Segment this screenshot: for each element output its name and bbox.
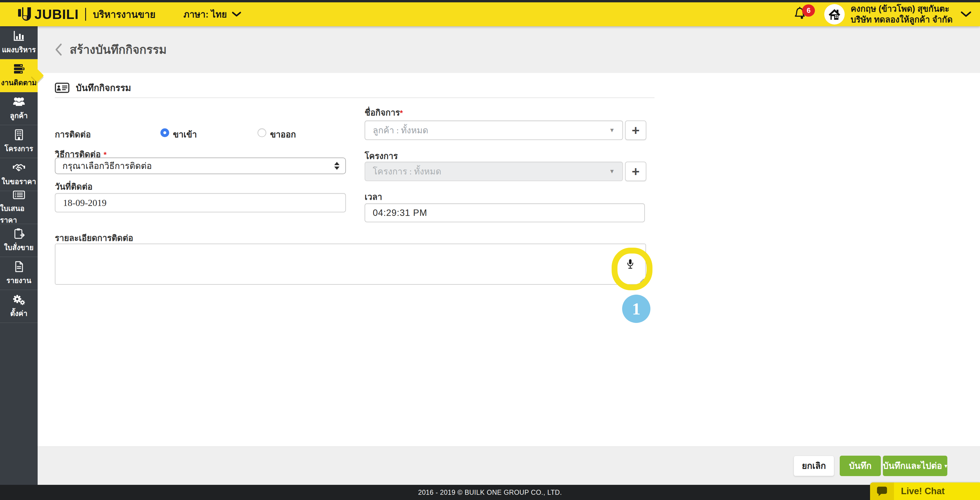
caret-down-icon: ▼: [609, 127, 615, 134]
notifications-button[interactable]: 6: [793, 6, 811, 22]
settings-gears-icon: [13, 293, 25, 306]
caret-down-icon: ▼: [609, 168, 615, 175]
contact-method-value: กรุณาเลือกวิธีการติดต่อ: [62, 159, 152, 173]
sidebar-item-label: ตั้งค่า: [10, 307, 27, 319]
company-house-icon: [828, 8, 841, 21]
sales-order-icon: [13, 228, 25, 240]
avatar[interactable]: [824, 4, 845, 24]
sidebar-item-dashboard[interactable]: แผงบริหาร: [0, 26, 38, 59]
brand-name[interactable]: JUBILI: [34, 6, 79, 22]
save-and-continue-button[interactable]: บันทึกและไปต่อ ▾: [883, 455, 947, 476]
top-header: JUBILI บริหารงานขาย ภาษา: ไทย 6: [0, 2, 980, 26]
live-chat-widget[interactable]: Live! Chat: [870, 482, 980, 500]
contact-detail-label: รายละเอียดการติดต่อ: [55, 231, 133, 245]
contact-date-input[interactable]: [55, 193, 346, 212]
jubili-logo-icon[interactable]: [18, 6, 32, 22]
project-placeholder: โครงการ : ทั้งหมด: [373, 164, 441, 178]
customer-placeholder: ลูกค้า : ทั้งหมด: [373, 123, 428, 137]
section-title: บันทึกกิจกรรม: [76, 81, 131, 95]
chevron-down-icon[interactable]: [960, 11, 972, 18]
language-selector[interactable]: ภาษา: ไทย: [183, 7, 242, 22]
quotation-icon: [13, 189, 25, 201]
save-button[interactable]: บันทึก: [840, 455, 881, 476]
user-menu[interactable]: คงกฤษ (ข้าวโพด) สุขกันตะ บริษัท ทดลองให้…: [851, 3, 953, 25]
business-name-label: ชื่อกิจการ*: [364, 106, 403, 119]
app-subtitle: บริหารงานขาย: [93, 7, 156, 22]
step-number-annotation: 1: [622, 295, 651, 323]
select-spinner-icon: [334, 162, 339, 170]
sidebar-item-rfq[interactable]: ใบขอราคา: [0, 158, 38, 191]
contact-date-label: วันที่ติดต่อ: [55, 180, 92, 193]
sidebar-item-label: ใบสั่งขาย: [4, 242, 33, 253]
app-window: JUBILI บริหารงานขาย ภาษา: ไทย 6: [0, 0, 980, 500]
sidebar-item-label: ลูกค้า: [10, 110, 28, 121]
sidebar-item-quotation[interactable]: ใบเสนอราคา: [0, 191, 38, 224]
microphone-icon: [627, 259, 634, 270]
logo-bar-shape: [18, 9, 21, 17]
add-customer-button[interactable]: +: [625, 121, 646, 140]
copyright-text: 2016 - 2019 © BUILK ONE GROUP CO., LTD.: [418, 489, 562, 497]
footer: 2016 - 2019 © BUILK ONE GROUP CO., LTD.: [0, 485, 980, 500]
dashboard-icon: [13, 30, 25, 42]
chat-label: Live! Chat: [901, 486, 945, 497]
caret-down-icon: ▾: [944, 462, 947, 470]
cancel-button[interactable]: ยกเลิก: [794, 455, 834, 476]
contact-type-label: การติดต่อ: [55, 128, 91, 141]
sidebar-item-label: งานติดตาม: [1, 77, 37, 88]
activity-form-card: บันทึกกิจกรรม การติดต่อ ขาเข้า ขาออก ชื่…: [38, 73, 980, 446]
resize-handle-icon[interactable]: [639, 278, 644, 283]
header-divider: [85, 8, 86, 21]
radio-outbound-label[interactable]: ขาออก: [270, 128, 296, 141]
required-marker: *: [400, 108, 403, 117]
language-label: ภาษา: ไทย: [183, 7, 227, 22]
time-label: เวลา: [364, 190, 382, 204]
report-icon: [13, 261, 25, 273]
rfq-handshake-icon: [13, 162, 25, 174]
contact-method-select[interactable]: กรุณาเลือกวิธีการติดต่อ: [55, 158, 346, 174]
company-name: บริษัท ทดลองให้ลูกค้า จำกัด: [851, 14, 953, 25]
radio-inbound[interactable]: [161, 128, 169, 137]
time-input[interactable]: [364, 203, 645, 222]
radio-outbound[interactable]: [258, 128, 266, 137]
customers-icon: [13, 96, 25, 108]
sidebar-item-followup[interactable]: งานติดตาม: [0, 59, 38, 92]
step-number: 1: [632, 299, 641, 318]
sidebar-item-label: ใบเสนอราคา: [0, 202, 38, 226]
plus-icon: +: [632, 123, 640, 138]
projects-icon: [13, 129, 25, 141]
logo-u-shape: [22, 7, 31, 21]
user-name: คงกฤษ (ข้าวโพด) สุขกันตะ: [851, 3, 953, 14]
voice-input-button[interactable]: [621, 255, 640, 274]
project-label: โครงการ: [364, 150, 398, 163]
sidebar-item-settings[interactable]: ตั้งค่า: [0, 290, 38, 323]
sidebar-item-sales-order[interactable]: ใบสั่งขาย: [0, 224, 38, 257]
main-content: สร้างบันทึกกิจกรรม บันทึกกิจกรรม การติดต…: [38, 26, 980, 485]
activity-card-icon: [55, 83, 69, 93]
customer-dropdown[interactable]: ลูกค้า : ทั้งหมด ▼: [364, 121, 623, 140]
sidebar-item-label: โครงการ: [5, 143, 33, 154]
radio-inbound-label[interactable]: ขาเข้า: [173, 128, 197, 141]
card-header: บันทึกกิจกรรม: [55, 81, 131, 95]
sidebar-item-label: รายงาน: [6, 274, 31, 286]
sidebar-item-label: ใบขอราคา: [2, 176, 36, 187]
chevron-left-icon: [54, 43, 62, 56]
window-top-strip: [0, 0, 980, 2]
chat-icon-cell: [870, 482, 894, 500]
sidebar-item-projects[interactable]: โครงการ: [0, 125, 38, 158]
page-title: สร้างบันทึกกิจกรรม: [70, 40, 167, 59]
followup-icon: [13, 63, 25, 75]
sidebar-nav: แผงบริหาร งานติดตาม: [0, 26, 38, 485]
save-and-continue-label: บันทึกและไปต่อ: [883, 459, 942, 473]
section-divider: [55, 97, 654, 98]
add-project-button[interactable]: +: [625, 162, 646, 181]
chevron-down-icon: [232, 11, 242, 17]
back-button[interactable]: [54, 43, 62, 56]
notification-badge: 6: [802, 4, 815, 17]
header-right-cluster: 6 คงกฤษ (ข้าวโพด) สุขกันตะ บริษัท ทดลองใ…: [793, 3, 980, 25]
plus-icon: +: [632, 164, 640, 179]
sidebar-item-customers[interactable]: ลูกค้า: [0, 92, 38, 125]
page-title-row: สร้างบันทึกกิจกรรม: [38, 26, 980, 73]
contact-detail-textarea[interactable]: [55, 244, 646, 285]
sidebar-item-reports[interactable]: รายงาน: [0, 257, 38, 290]
project-dropdown[interactable]: โครงการ : ทั้งหมด ▼: [364, 162, 623, 181]
